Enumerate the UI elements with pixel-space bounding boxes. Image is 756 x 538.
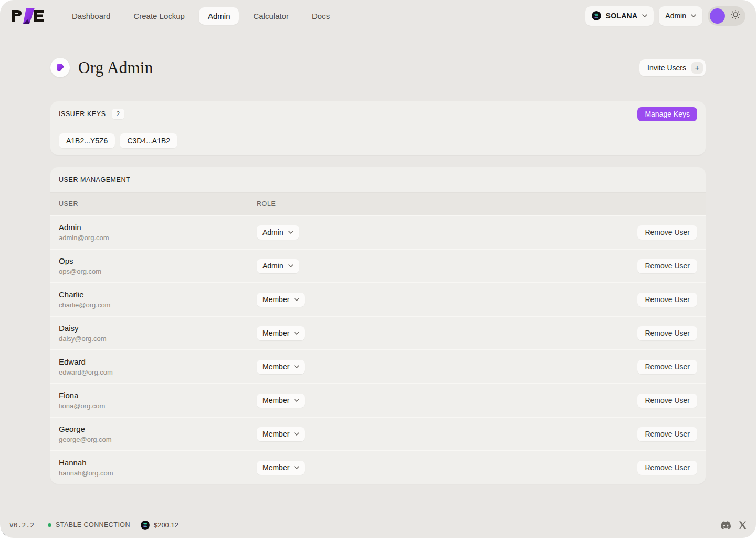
role-dropdown[interactable]: Admin bbox=[257, 225, 299, 240]
user-name: Daisy bbox=[59, 324, 257, 333]
chevron-down-icon bbox=[288, 264, 293, 267]
role-dropdown[interactable]: Admin bbox=[257, 259, 299, 273]
role-value: Member bbox=[262, 363, 289, 371]
network-selector[interactable]: SOLANA bbox=[585, 6, 654, 26]
chevron-down-icon bbox=[642, 14, 647, 17]
chevron-down-icon bbox=[294, 399, 299, 402]
user-management-header: USER MANAGEMENT bbox=[50, 167, 706, 193]
connection-status-label: STABLE CONNECTION bbox=[56, 521, 130, 529]
solana-icon bbox=[592, 11, 601, 20]
remove-user-button[interactable]: Remove User bbox=[637, 427, 697, 441]
user-table-row: Daisy daisy@org.com Member Remove User bbox=[50, 316, 706, 349]
remove-user-button[interactable]: Remove User bbox=[637, 326, 697, 340]
role-dropdown[interactable]: Member bbox=[257, 326, 305, 340]
nav-right-controls: SOLANA Admin bbox=[585, 6, 746, 26]
account-menu[interactable]: Admin bbox=[659, 6, 702, 26]
app-logo[interactable] bbox=[10, 7, 45, 25]
user-name: Hannah bbox=[59, 458, 257, 467]
role-dropdown[interactable]: Member bbox=[257, 360, 305, 374]
issuer-key-chip[interactable]: A1B2...Y5Z6 bbox=[59, 133, 115, 148]
page-title: Org Admin bbox=[78, 58, 153, 77]
user-management-card: USER MANAGEMENT USER ROLE Admin admin@or… bbox=[50, 167, 706, 484]
role-dropdown[interactable]: Member bbox=[257, 427, 305, 441]
theme-toggle[interactable] bbox=[708, 6, 746, 26]
invite-users-button[interactable]: Invite Users + bbox=[639, 59, 706, 76]
user-table-row: Edward edward@org.com Member Remove User bbox=[50, 349, 706, 383]
user-email: charlie@org.com bbox=[59, 301, 257, 309]
column-header-role: ROLE bbox=[257, 200, 697, 208]
user-cell: Charlie charlie@org.com bbox=[59, 290, 257, 309]
role-value: Member bbox=[262, 295, 289, 304]
user-cell: George george@org.com bbox=[59, 425, 257, 443]
role-dropdown[interactable]: Member bbox=[257, 293, 305, 307]
chevron-down-icon bbox=[294, 432, 299, 436]
discord-icon[interactable] bbox=[721, 521, 731, 529]
role-cell: Member bbox=[257, 360, 637, 374]
role-value: Admin bbox=[262, 262, 284, 270]
user-email: admin@org.com bbox=[59, 234, 257, 242]
nav-dashboard[interactable]: Dashboard bbox=[63, 7, 119, 25]
role-cell: Member bbox=[257, 293, 637, 307]
connection-status: STABLE CONNECTION bbox=[48, 521, 130, 529]
manage-keys-button[interactable]: Manage Keys bbox=[637, 107, 697, 121]
issuer-keys-header: ISSUER KEYS 2 Manage Keys bbox=[50, 101, 706, 127]
nav-calculator[interactable]: Calculator bbox=[244, 7, 298, 25]
logo-icon bbox=[10, 7, 45, 25]
nav-docs[interactable]: Docs bbox=[303, 7, 339, 25]
chevron-down-icon bbox=[288, 231, 293, 234]
role-cell: Member bbox=[257, 461, 637, 475]
nav-links: Dashboard Create Lockup Admin Calculator… bbox=[63, 7, 339, 25]
user-cell: Daisy daisy@org.com bbox=[59, 324, 257, 343]
issuer-keys-list: A1B2...Y5Z6 C3D4...A1B2 bbox=[50, 127, 706, 155]
user-email: george@org.com bbox=[59, 436, 257, 443]
user-table-row: Charlie charlie@org.com Member Remove Us… bbox=[50, 282, 706, 316]
solana-coin-icon bbox=[141, 521, 150, 530]
user-table-row: Fiona fiona@org.com Member Remove User bbox=[50, 383, 706, 417]
remove-user-button[interactable]: Remove User bbox=[637, 259, 697, 273]
role-value: Member bbox=[262, 329, 289, 337]
issuer-keys-card: ISSUER KEYS 2 Manage Keys A1B2...Y5Z6 C3… bbox=[50, 101, 706, 155]
user-email: fiona@org.com bbox=[59, 402, 257, 410]
user-cell: Fiona fiona@org.com bbox=[59, 391, 257, 410]
role-dropdown[interactable]: Member bbox=[257, 461, 305, 475]
invite-users-label: Invite Users bbox=[647, 64, 686, 72]
role-cell: Admin bbox=[257, 225, 637, 240]
remove-user-button[interactable]: Remove User bbox=[637, 225, 697, 240]
user-cell: Ops ops@org.com bbox=[59, 256, 257, 275]
user-name: Edward bbox=[59, 357, 257, 366]
org-shield-icon bbox=[55, 62, 66, 74]
role-value: Member bbox=[262, 463, 289, 472]
social-links bbox=[721, 521, 747, 529]
user-cell: Hannah hannah@org.com bbox=[59, 458, 257, 477]
role-value: Admin bbox=[262, 228, 284, 236]
nav-admin[interactable]: Admin bbox=[199, 7, 239, 25]
chevron-down-icon bbox=[294, 466, 299, 469]
status-dot-icon bbox=[48, 523, 51, 527]
user-cell: Edward edward@org.com bbox=[59, 357, 257, 376]
org-avatar bbox=[50, 58, 70, 77]
role-value: Member bbox=[262, 430, 289, 438]
sun-icon bbox=[730, 9, 741, 22]
user-management-label: USER MANAGEMENT bbox=[59, 176, 130, 183]
page-header: Org Admin Invite Users + bbox=[50, 58, 706, 77]
issuer-key-chip[interactable]: C3D4...A1B2 bbox=[120, 133, 177, 148]
role-value: Member bbox=[262, 396, 289, 405]
user-email: hannah@org.com bbox=[59, 469, 257, 477]
remove-user-button[interactable]: Remove User bbox=[637, 394, 697, 408]
user-table-body: Admin admin@org.com Admin Remove User Op… bbox=[50, 215, 706, 484]
table-header-row: USER ROLE bbox=[50, 193, 706, 215]
account-menu-label: Admin bbox=[665, 12, 686, 20]
remove-user-button[interactable]: Remove User bbox=[637, 293, 697, 307]
remove-user-button[interactable]: Remove User bbox=[637, 461, 697, 475]
column-header-user: USER bbox=[59, 200, 257, 208]
role-cell: Member bbox=[257, 427, 637, 441]
x-twitter-icon[interactable] bbox=[739, 521, 747, 529]
app-version: V0.2.2 bbox=[9, 521, 34, 529]
nav-create-lockup[interactable]: Create Lockup bbox=[124, 7, 194, 25]
user-email: ops@org.com bbox=[59, 267, 257, 275]
user-name: Charlie bbox=[59, 290, 257, 299]
remove-user-button[interactable]: Remove User bbox=[637, 360, 697, 374]
top-navigation: Dashboard Create Lockup Admin Calculator… bbox=[0, 0, 756, 32]
user-name: Admin bbox=[59, 223, 257, 232]
role-dropdown[interactable]: Member bbox=[257, 394, 305, 408]
